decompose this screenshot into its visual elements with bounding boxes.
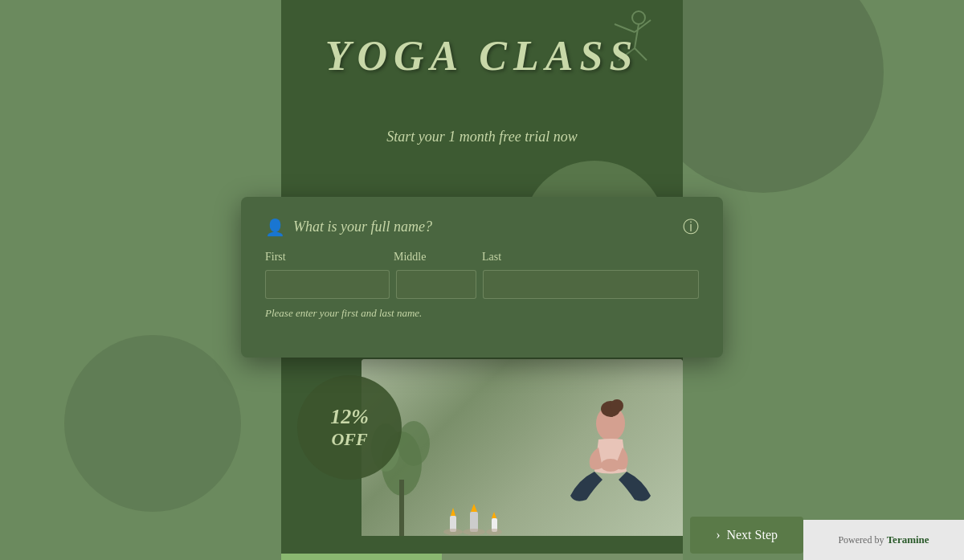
discount-percent: 12% [330, 405, 369, 429]
svg-point-21 [463, 529, 485, 535]
name-fields-row [265, 270, 699, 299]
svg-marker-19 [492, 512, 496, 518]
next-step-label: Next Step [726, 528, 778, 542]
field-labels: First Middle Last [265, 251, 699, 264]
svg-marker-17 [471, 504, 477, 512]
next-arrow-icon: › [716, 528, 720, 542]
teramine-brand: Teramine [887, 533, 929, 546]
main-title: YOGA CLASS [281, 32, 683, 80]
info-icon[interactable]: ⓘ [683, 216, 699, 238]
svg-point-0 [632, 11, 645, 24]
svg-line-2 [615, 24, 635, 32]
subtitle: Start your 1 month free trial now [281, 129, 683, 145]
title-area: YOGA CLASS [281, 32, 683, 80]
powered-by-label: Powered by [838, 534, 884, 546]
first-name-label: First [265, 251, 394, 264]
svg-point-20 [443, 529, 463, 535]
modal-question: What is your full name? [293, 219, 432, 235]
modal-dialog: 👤 What is your full name? ⓘ First Middle… [241, 197, 723, 358]
svg-point-8 [398, 421, 430, 466]
last-name-label: Last [482, 251, 699, 264]
discount-off: OFF [331, 429, 367, 450]
progress-fill [281, 554, 442, 560]
user-icon: 👤 [265, 218, 285, 237]
yoga-image [362, 359, 683, 536]
yoga-image-container [362, 359, 683, 536]
discount-circle: 12% OFF [297, 375, 402, 480]
modal-header: 👤 What is your full name? ⓘ [265, 216, 699, 238]
svg-point-12 [611, 399, 623, 412]
next-step-button[interactable]: › Next Step [690, 517, 803, 554]
powered-by-area: Powered by Teramine [803, 520, 964, 560]
middle-name-label: Middle [394, 251, 482, 264]
first-name-input[interactable] [265, 270, 390, 299]
svg-rect-9 [399, 480, 404, 536]
progress-bar [281, 554, 683, 560]
svg-marker-15 [451, 508, 455, 516]
last-name-input[interactable] [483, 270, 699, 299]
svg-point-13 [601, 459, 620, 472]
bg-circle-bottom [64, 335, 241, 512]
middle-name-input[interactable] [396, 270, 476, 299]
svg-point-22 [486, 529, 502, 535]
modal-title-row: 👤 What is your full name? [265, 218, 432, 237]
validation-message: Please enter your first and last name. [265, 307, 699, 320]
